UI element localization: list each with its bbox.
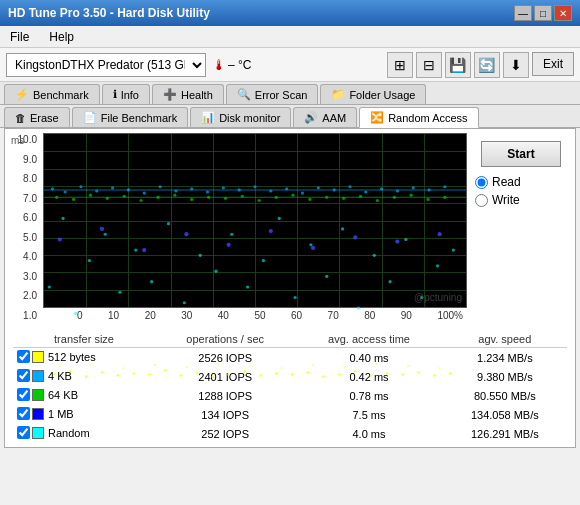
svg-point-12 — [212, 375, 215, 378]
svg-point-8 — [148, 373, 151, 376]
read-radio[interactable] — [475, 176, 488, 189]
svg-point-23 — [386, 372, 389, 375]
svg-point-10 — [180, 374, 183, 377]
svg-point-43 — [285, 187, 288, 190]
toolbar-btn-1[interactable]: ⊞ — [387, 52, 413, 78]
svg-point-84 — [311, 246, 315, 250]
toolbar-btn-2[interactable]: ⊟ — [416, 52, 442, 78]
toolbar-btn-4[interactable]: 🔄 — [474, 52, 500, 78]
svg-point-7 — [132, 372, 135, 375]
right-panel: Start Read Write — [471, 133, 571, 323]
cell-speed-4: 126.291 MB/s — [443, 424, 567, 443]
svg-point-59 — [139, 199, 142, 202]
svg-point-51 — [412, 186, 415, 189]
y-label-9: 9.0 — [9, 155, 37, 165]
svg-point-123 — [312, 364, 314, 366]
tab-info[interactable]: ℹ Info — [102, 84, 150, 104]
svg-point-122 — [280, 367, 282, 369]
svg-point-61 — [173, 194, 176, 197]
svg-point-34 — [143, 191, 146, 194]
svg-point-117 — [122, 367, 124, 369]
tab-folder-usage[interactable]: 📁 Folder Usage — [320, 84, 426, 104]
row-checkbox-1[interactable] — [17, 369, 30, 382]
menu-bar: File Help — [0, 26, 580, 48]
svg-point-21 — [354, 370, 357, 373]
y-axis-unit: ms — [11, 135, 24, 146]
row-checkbox-4[interactable] — [17, 426, 30, 439]
svg-point-103 — [278, 217, 281, 220]
svg-point-66 — [258, 199, 261, 202]
svg-point-56 — [89, 194, 92, 197]
svg-point-105 — [309, 243, 312, 246]
svg-point-25 — [417, 371, 420, 374]
info-icon: ℹ — [113, 88, 117, 101]
svg-point-48 — [364, 190, 367, 193]
cell-label-3: 1 MB — [13, 405, 155, 424]
menu-help[interactable]: Help — [43, 28, 80, 46]
svg-point-20 — [338, 373, 341, 376]
cell-access-3: 7.5 ms — [295, 405, 442, 424]
svg-point-3 — [69, 370, 72, 373]
svg-point-11 — [196, 371, 199, 374]
tab-file-benchmark[interactable]: 📄 File Benchmark — [72, 107, 188, 127]
svg-point-111 — [404, 238, 407, 241]
tab-aam[interactable]: 🔊 AAM — [293, 107, 357, 127]
health-icon: ➕ — [163, 88, 177, 101]
svg-point-4 — [85, 375, 88, 378]
toolbar-btn-5[interactable]: ⬇ — [503, 52, 529, 78]
svg-point-91 — [88, 259, 91, 262]
benchmark-icon: ⚡ — [15, 88, 29, 101]
tab-disk-monitor[interactable]: 📊 Disk monitor — [190, 107, 291, 127]
svg-point-26 — [433, 374, 436, 377]
svg-point-106 — [325, 275, 328, 278]
svg-point-81 — [184, 232, 188, 236]
cell-label-2: 64 KB — [13, 386, 155, 405]
maximize-button[interactable]: □ — [534, 5, 552, 21]
svg-point-30 — [79, 185, 82, 188]
svg-point-28 — [51, 187, 54, 190]
color-box-2 — [32, 389, 44, 401]
tab-erase[interactable]: 🗑 Erase — [4, 107, 70, 127]
svg-point-76 — [426, 198, 429, 201]
row-checkbox-0[interactable] — [17, 350, 30, 363]
temperature-indicator: 🌡 – °C — [212, 57, 251, 73]
svg-point-102 — [262, 259, 265, 262]
toolbar-icons: ⊞ ⊟ 💾 🔄 ⬇ Exit — [387, 52, 574, 78]
row-checkbox-3[interactable] — [17, 407, 30, 420]
svg-point-68 — [291, 194, 294, 197]
row-checkbox-2[interactable] — [17, 388, 30, 401]
svg-point-31 — [95, 189, 98, 192]
svg-point-108 — [357, 306, 360, 309]
start-button[interactable]: Start — [481, 141, 561, 167]
y-label-3: 3.0 — [9, 272, 37, 282]
svg-point-78 — [58, 237, 62, 241]
tab-health[interactable]: ➕ Health — [152, 84, 224, 104]
window-controls[interactable]: — □ ✕ — [514, 5, 572, 21]
minimize-button[interactable]: — — [514, 5, 532, 21]
y-label-2: 2.0 — [9, 291, 37, 301]
tab-random-access[interactable]: 🔀 Random Access — [359, 107, 478, 128]
write-radio-label[interactable]: Write — [475, 193, 521, 207]
read-radio-label[interactable]: Read — [475, 175, 521, 189]
file-benchmark-icon: 📄 — [83, 111, 97, 124]
tab-benchmark[interactable]: ⚡ Benchmark — [4, 84, 100, 104]
toolbar-btn-3[interactable]: 💾 — [445, 52, 471, 78]
error-scan-icon: 🔍 — [237, 88, 251, 101]
color-box-3 — [32, 408, 44, 420]
tab-disk-monitor-label: Disk monitor — [219, 112, 280, 124]
svg-point-97 — [183, 301, 186, 304]
svg-point-55 — [72, 198, 75, 201]
exit-button[interactable]: Exit — [532, 52, 574, 76]
write-radio[interactable] — [475, 194, 488, 207]
svg-point-73 — [376, 199, 379, 202]
cell-speed-2: 80.550 MB/s — [443, 386, 567, 405]
radio-group: Read Write — [475, 175, 521, 207]
write-label: Write — [492, 193, 520, 207]
svg-point-6 — [117, 374, 120, 377]
read-label: Read — [492, 175, 521, 189]
toolbar: KingstonDTHX Predator (513 GB) 🌡 – °C ⊞ … — [0, 48, 580, 82]
close-button[interactable]: ✕ — [554, 5, 572, 21]
menu-file[interactable]: File — [4, 28, 35, 46]
tab-error-scan[interactable]: 🔍 Error Scan — [226, 84, 319, 104]
drive-select[interactable]: KingstonDTHX Predator (513 GB) — [6, 53, 206, 77]
